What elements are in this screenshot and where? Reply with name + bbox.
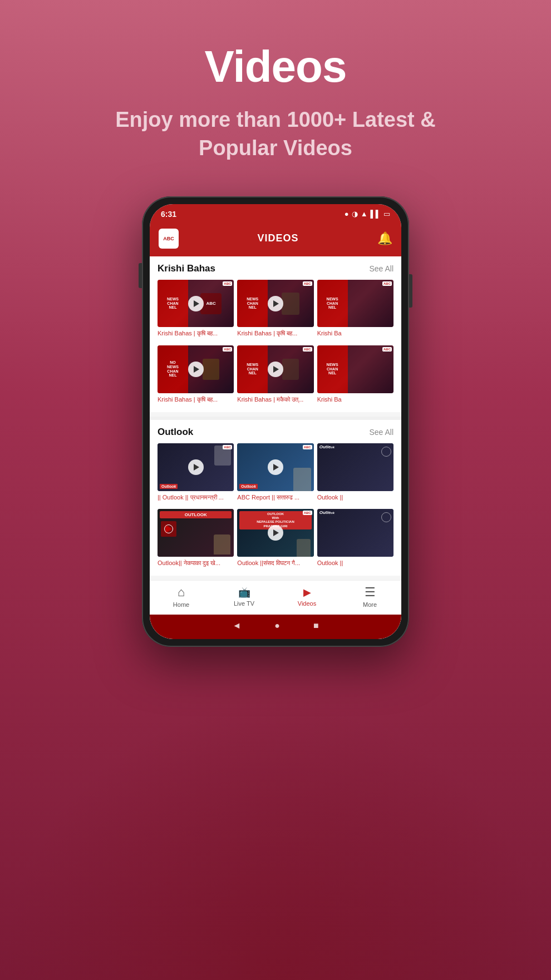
video-thumb-5[interactable]: NEWSCHANNEL ABC (237, 345, 313, 393)
livetv-icon: 📺 (238, 586, 250, 598)
page-header: Videos Enjoy more than 1000+ Latest & Po… (95, 0, 456, 185)
app-content: Krishi Bahas See All NEWSCHANNEL (150, 256, 401, 640)
see-all-outlook[interactable]: See All (369, 428, 393, 437)
nav-label-livetv: Live TV (234, 600, 254, 607)
list-item[interactable]: NONEWSCHANNEL ABC (158, 345, 234, 408)
abc-badge: ABC (223, 281, 232, 286)
nav-item-videos[interactable]: ▶ Videos (276, 586, 338, 607)
abc-badge: ABC (303, 445, 312, 449)
list-item[interactable]: Outlook ABC ABC Report || सत्तारुढ ... (237, 443, 313, 506)
abc-badge: ABC (382, 281, 392, 286)
page-subtitle: Enjoy more than 1000+ Latest & Popular V… (95, 106, 456, 163)
list-item[interactable]: NEWSCHANNEL ABC (237, 280, 313, 342)
video-play-4[interactable] (188, 362, 204, 377)
home-button[interactable]: ● (274, 621, 280, 631)
wifi-icon: ▲ (361, 210, 368, 218)
nav-label-more: More (363, 601, 377, 608)
video-play-7[interactable] (188, 459, 204, 475)
back-button[interactable]: ◄ (232, 621, 241, 631)
video-thumb-3[interactable]: NEWSCHANNEL ABC (317, 280, 393, 328)
video-thumb-9[interactable]: Outleok (317, 443, 393, 491)
video-thumb-4[interactable]: NONEWSCHANNEL ABC (158, 345, 234, 393)
phone-outer: 6:31 ● ◑ ▲ ▌▌ ▭ ABC VIDEOS 🔔 (142, 196, 409, 647)
abc-badge: ABC (303, 281, 312, 286)
video-thumb-12[interactable]: Outleok (317, 509, 393, 557)
list-item[interactable]: Outlook ABC || Outlook || प्रधानमन्त्री … (158, 443, 234, 506)
section-header-krishi: Krishi Bahas See All (158, 263, 393, 274)
bell-icon[interactable]: 🔔 (377, 231, 392, 246)
phone-inner: 6:31 ● ◑ ▲ ▌▌ ▭ ABC VIDEOS 🔔 (150, 204, 401, 640)
list-item[interactable]: NEWSCHANNEL ABC ABC (158, 280, 234, 342)
nav-item-livetv[interactable]: 📺 Live TV (213, 586, 276, 607)
recent-button[interactable]: ■ (313, 621, 319, 631)
app-header: ABC VIDEOS 🔔 (150, 223, 401, 256)
abc-badge: ABC (303, 511, 312, 515)
see-all-krishi[interactable]: See All (369, 264, 393, 273)
battery-icon: ▭ (383, 210, 390, 218)
video-thumb-7[interactable]: Outlook ABC (158, 443, 234, 491)
video-play-5[interactable] (268, 362, 283, 377)
nav-item-home[interactable]: ⌂ Home (150, 585, 213, 608)
home-icon: ⌂ (178, 585, 185, 600)
android-nav-bar: ◄ ● ■ (150, 615, 401, 639)
bottom-nav: ⌂ Home 📺 Live TV ▶ Videos ☰ More (150, 580, 401, 615)
page-title: Videos (95, 44, 456, 89)
video-thumb-1[interactable]: NEWSCHANNEL ABC ABC (158, 280, 234, 328)
abc-badge: ABC (303, 347, 312, 352)
list-item[interactable]: Outleok Outlook || (317, 509, 393, 571)
video-grid-outlook: Outlook ABC || Outlook || प्रधानमन्त्री … (158, 443, 393, 571)
section-title-krishi: Krishi Bahas (158, 263, 215, 274)
video-label-2: Krishi Bahas | कृषि बह... (237, 329, 313, 337)
nav-label-home: Home (173, 601, 189, 608)
abc-badge: ABC (223, 445, 232, 449)
video-label-9: Outlook || (317, 493, 393, 501)
list-item[interactable]: NEWSCHANNEL ABC (237, 345, 313, 408)
video-label-8: ABC Report || सत्तारुढ ... (237, 493, 313, 501)
list-item[interactable]: Outleok Outlook || (317, 443, 393, 506)
abc-badge: ABC (382, 347, 392, 352)
video-grid-krishi: NEWSCHANNEL ABC ABC (158, 280, 393, 408)
status-icons: ● ◑ ▲ ▌▌ ▭ (345, 210, 390, 218)
section-outlook: Outlook See All Outlook ABC (150, 420, 401, 576)
video-thumb-6[interactable]: NEWSCHANNEL ABC (317, 345, 393, 393)
section-header-outlook: Outlook See All (158, 427, 393, 438)
video-label-7: || Outlook || प्रधानमन्त्री ... (158, 493, 234, 501)
video-label-10: Outlook|| नेकपाका दुइ खे... (158, 559, 234, 567)
phone-mockup: 6:31 ● ◑ ▲ ▌▌ ▭ ABC VIDEOS 🔔 (142, 196, 409, 647)
video-thumb-8[interactable]: Outlook ABC (237, 443, 313, 491)
video-play-11[interactable] (268, 525, 283, 541)
abc-badge: ABC (223, 347, 232, 352)
video-play-8[interactable] (268, 459, 283, 475)
list-item[interactable]: NEWSCHANNEL ABC Krishi Ba (317, 280, 393, 342)
video-label-6: Krishi Ba (317, 395, 393, 403)
nav-label-videos: Videos (298, 600, 316, 607)
video-play-2[interactable] (268, 296, 283, 311)
list-item[interactable]: OUTLOOKWithNEPALESE POLITICIANPRADEEP GI… (237, 509, 313, 571)
video-label-4: Krishi Bahas | कृषि बह... (158, 395, 234, 403)
nav-item-more[interactable]: ☰ More (338, 585, 401, 608)
video-label-1: Krishi Bahas | कृषि बह... (158, 329, 234, 337)
status-time: 6:31 (161, 210, 176, 219)
notification-icon: ● (345, 210, 349, 218)
video-thumb-10[interactable]: OUTLOOK (158, 509, 234, 557)
list-item[interactable]: OUTLOOK Outlook|| नेकपाका दुइ खे... (158, 509, 234, 571)
more-icon: ☰ (365, 585, 376, 600)
video-label-12: Outlook || (317, 559, 393, 567)
video-label-3: Krishi Ba (317, 329, 393, 337)
app-logo: ABC (159, 229, 179, 249)
video-thumb-2[interactable]: NEWSCHANNEL ABC (237, 280, 313, 328)
video-label-11: Outlook ||संसद विघटन गै... (237, 559, 313, 567)
section-title-outlook: Outlook (158, 427, 193, 438)
videos-icon: ▶ (303, 586, 311, 598)
status-bar: 6:31 ● ◑ ▲ ▌▌ ▭ (150, 204, 401, 223)
list-item[interactable]: NEWSCHANNEL ABC Krishi Ba (317, 345, 393, 408)
sim-icon: ◑ (352, 210, 358, 218)
section-krishi-bahas: Krishi Bahas See All NEWSCHANNEL (150, 256, 401, 412)
video-label-5: Krishi Bahas | मकैको उत्... (237, 395, 313, 403)
signal-icon: ▌▌ (371, 210, 381, 218)
video-play-1[interactable] (188, 296, 204, 311)
video-thumb-11[interactable]: OUTLOOKWithNEPALESE POLITICIANPRADEEP GI… (237, 509, 313, 557)
app-header-title: VIDEOS (257, 232, 298, 244)
